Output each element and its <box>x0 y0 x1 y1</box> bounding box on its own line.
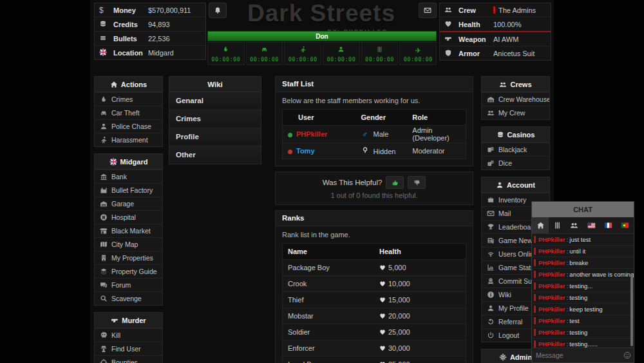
sidebar-item-harassment[interactable]: Harassment <box>95 133 162 146</box>
chat-message: PHPkiller:testing <box>532 327 634 338</box>
chat-username[interactable]: PHPkiller <box>538 340 565 348</box>
stat-value: $570,800,911 <box>148 6 191 14</box>
bars-icon <box>99 34 107 42</box>
sidebar-item-hospital[interactable]: Hospital <box>95 210 162 224</box>
bank-icon <box>99 173 108 181</box>
flag-pt-icon <box>621 221 629 230</box>
sidebar-item-car-theft[interactable]: Car Theft <box>95 106 162 119</box>
chat-username[interactable]: PHPkiller <box>538 294 565 301</box>
stat-label: Money <box>113 6 148 14</box>
sidebar-item-bounties[interactable]: Bounties <box>95 355 162 363</box>
sidebar-item-blackjack[interactable]: Blackjack <box>482 142 549 156</box>
chat-text: breake <box>569 259 588 266</box>
chat-tab-jailbars[interactable] <box>549 217 565 233</box>
chat-username[interactable]: PHPkiller <box>538 248 565 255</box>
flame-icon <box>222 46 229 53</box>
player-stats-panel: $Money$570,800,911Credits94,893Bullets22… <box>94 3 206 60</box>
thumbs-up-button[interactable] <box>386 176 404 189</box>
chat-username[interactable]: PHPkiller <box>538 317 565 324</box>
sidebar-item-garage[interactable]: Garage <box>95 197 162 210</box>
emoji-icon[interactable] <box>623 351 631 359</box>
chat-tab-flag-fr[interactable] <box>600 217 616 233</box>
chat-tab-home[interactable] <box>532 217 549 233</box>
staff-username[interactable]: PHPkiller <box>296 130 327 138</box>
chat-tabs <box>532 217 634 234</box>
sidebar-item-scavenge[interactable]: Scavenge <box>95 291 162 305</box>
thumbs-down-button[interactable] <box>408 176 426 189</box>
wiki-item-genaral[interactable]: Genaral <box>169 92 261 110</box>
stat-row-bullets: Bullets22,536 <box>95 32 205 46</box>
envelope-icon <box>486 210 495 217</box>
news-icon <box>486 237 495 244</box>
stat-value: Midgard <box>148 49 174 57</box>
chat-text: testing <box>569 329 587 336</box>
timer-car: 00:00:00 <box>246 42 283 65</box>
sidebar-item-kill[interactable]: Kill <box>95 328 162 342</box>
mail-button[interactable] <box>419 3 437 18</box>
sidebar-item-dice[interactable]: Dice <box>482 156 549 170</box>
sidebar-item-my-properties[interactable]: My Properties <box>95 251 162 264</box>
chat-text: testing... <box>569 282 592 289</box>
chat-username[interactable]: PHPkiller <box>538 259 565 266</box>
sidebar-item-bank[interactable]: Bank <box>95 170 162 183</box>
sidebar-item-label: Referral <box>498 318 522 326</box>
wiki-item-crimes[interactable]: Crimes <box>169 110 261 128</box>
chat-username[interactable]: PHPkiller <box>538 271 565 278</box>
rank-color-bar <box>534 306 536 313</box>
stat-label: Weapon <box>459 35 493 43</box>
wiki-item-profile[interactable]: Profile <box>169 128 261 146</box>
sidebar-item-my-crew[interactable]: My Crew <box>482 106 549 119</box>
rank-color-bar <box>534 259 536 266</box>
section-header-actions: Actions <box>95 77 162 92</box>
sidebar-item-find-user[interactable]: Find User <box>95 342 162 355</box>
chat-scrollbar[interactable] <box>630 274 633 346</box>
flame-icon <box>99 95 108 103</box>
undo-icon <box>486 318 495 326</box>
main-content: Staff List Below are the staff members w… <box>275 76 473 363</box>
section-title: Admin <box>510 353 532 361</box>
section-header-crews: Crews <box>482 77 549 92</box>
section-actions: ActionsCrimesCar TheftPolice ChaseHarass… <box>94 76 163 147</box>
jailbars-icon <box>553 221 562 230</box>
rank-health: 20,000 <box>388 312 410 320</box>
stat-row-location: LocationMidgard <box>95 46 205 59</box>
sidebar-item-black-market[interactable]: Black Market <box>95 224 162 237</box>
chat-tab-flag-pt[interactable] <box>617 217 634 233</box>
staff-list-description: Below are the staff members working for … <box>276 92 473 109</box>
heart-icon <box>379 313 386 319</box>
cooldown-timers: 00:00:0000:00:0000:00:0000:00:0000:00:00… <box>207 42 437 65</box>
chat-username[interactable]: PHPkiller <box>538 282 565 289</box>
stat-label: Location <box>113 49 148 57</box>
rank-row: Enforcer30,000 <box>283 340 466 357</box>
sidebar-item-label: Kill <box>111 331 120 339</box>
heart-icon <box>379 329 386 335</box>
dice-icon <box>486 159 495 167</box>
heart-icon <box>379 264 386 271</box>
info-icon <box>486 291 495 299</box>
search-icon <box>99 295 108 302</box>
staff-table: UserGenderRolePHPkiller♂ MaleAdmin (Deve… <box>282 109 466 159</box>
ranks-col-name: Name <box>283 244 375 260</box>
sidebar-item-property-guide[interactable]: Property Guide <box>95 264 162 278</box>
chat-username[interactable]: PHPkiller <box>538 306 565 313</box>
sidebar-item-police-chase[interactable]: Police Chase <box>95 119 162 133</box>
sidebar-item-forum[interactable]: Forum <box>95 278 162 291</box>
users-icon <box>444 6 452 14</box>
thumbs-up-icon <box>392 179 399 186</box>
home-icon <box>110 81 118 88</box>
staff-username[interactable]: Tomy <box>296 147 315 155</box>
sidebar-item-city-map[interactable]: City Map <box>95 237 162 251</box>
crew-color-bar <box>493 6 495 14</box>
chat-username[interactable]: PHPkiller <box>538 329 565 336</box>
chat-tab-users[interactable] <box>566 217 583 233</box>
chat-message-input[interactable] <box>535 351 621 360</box>
sidebar-item-crew-warehouse[interactable]: Crew Warehouse <box>482 92 549 106</box>
wiki-item-other[interactable]: Other <box>169 146 261 164</box>
chat-tab-flag-us[interactable] <box>583 217 600 233</box>
chat-username[interactable]: PHPkiller <box>538 236 565 243</box>
staff-row: Tomy HiddenModerator <box>283 143 466 159</box>
sidebar-item-bullet-factory[interactable]: Bullet Factory <box>95 183 162 197</box>
users-icon <box>570 221 578 230</box>
sidebar-item-crimes[interactable]: Crimes <box>95 92 162 106</box>
sidebar-item-label: Property Guide <box>111 268 157 275</box>
